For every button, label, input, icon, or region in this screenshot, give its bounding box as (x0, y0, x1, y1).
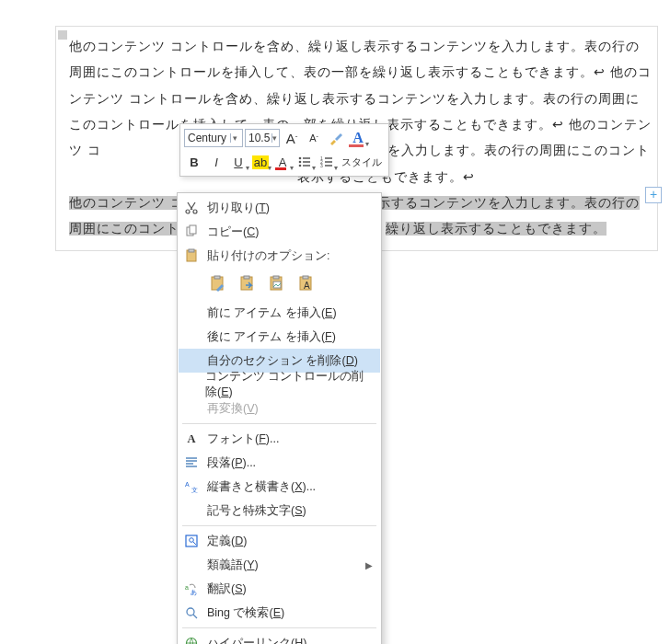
svg-point-6 (186, 210, 190, 213)
clipboard-brush-icon (209, 274, 227, 293)
paragraph-icon (184, 455, 199, 470)
svg-text:3: 3 (320, 163, 323, 168)
menu-symbols[interactable]: 記号と特殊文字(S) (179, 499, 380, 523)
chevron-down-icon[interactable]: ▾ (230, 133, 239, 143)
paste-keep-source[interactable] (206, 271, 230, 295)
grow-font-button[interactable]: Aˆ (282, 128, 302, 148)
svg-point-25 (190, 538, 194, 543)
clipboard-arrow-icon (238, 274, 257, 293)
chevron-down-icon: ▾ (365, 140, 369, 148)
svg-text:A: A (185, 481, 190, 488)
chevron-down-icon: ▾ (312, 164, 316, 172)
font-size-combo[interactable]: 10.5 ▾ (245, 129, 280, 147)
menu-copy[interactable]: コピー(C) (179, 220, 380, 244)
dictionary-icon (184, 534, 199, 548)
bullets-button[interactable]: ▾ (295, 152, 315, 172)
menu-text-direction[interactable]: A文 縦書きと横書き(X)... (179, 475, 380, 499)
menu-separator (182, 525, 376, 526)
color-swatch-icon (275, 167, 286, 170)
font-name-combo[interactable]: Century ▾ (184, 129, 243, 147)
svg-rect-17 (273, 276, 279, 279)
menu-define[interactable]: 定義(D) (179, 529, 380, 553)
styles-label: スタイル (339, 155, 385, 169)
add-item-button[interactable]: + (645, 187, 662, 203)
svg-rect-15 (244, 276, 249, 279)
list-bullet-icon (297, 155, 312, 169)
menu-insert-before[interactable]: 前に アイテム を挿入(E) (179, 301, 380, 325)
clipboard-icon (184, 248, 199, 263)
menu-delete-content-control[interactable]: コンテンツ コントロールの削除(E) (179, 373, 380, 397)
svg-text:A: A (304, 281, 310, 291)
hyperlink-icon (184, 636, 199, 644)
paint-swatch-icon (349, 144, 364, 147)
paste-options-row: A (179, 268, 380, 301)
styles-button[interactable]: A ▾ (348, 128, 368, 148)
svg-rect-11 (189, 249, 194, 252)
paste-picture[interactable] (265, 271, 289, 295)
bold-button[interactable]: B (184, 152, 204, 172)
translate-icon: aあ (184, 581, 199, 596)
menu-reconvert: 再変換(V) (179, 397, 380, 420)
menu-paragraph[interactable]: 段落(P)... (179, 451, 380, 475)
menu-font[interactable]: A フォント(F)... (179, 427, 380, 451)
svg-text:あ: あ (191, 589, 197, 596)
menu-paste-options-header: 貼り付けのオプション: (179, 244, 380, 268)
highlight-icon: ab (252, 155, 269, 169)
menu-bing-search[interactable]: Bing で検索(E) (179, 601, 380, 625)
list-number-icon: 123 (319, 155, 334, 169)
menu-cut[interactable]: 切り取り(T) (179, 196, 380, 220)
paste-merge-format[interactable] (236, 271, 260, 295)
menu-separator (182, 423, 376, 424)
menu-synonyms[interactable]: 類義語(Y) ▶ (179, 553, 380, 577)
font-size-value: 10.5 (248, 132, 270, 144)
numbering-button[interactable]: 123 ▾ (317, 152, 337, 172)
svg-text:文: 文 (191, 487, 198, 493)
chevron-down-icon: ▾ (246, 164, 249, 172)
svg-point-7 (193, 210, 197, 213)
svg-point-1 (299, 161, 302, 164)
chevron-down-icon: ▾ (268, 164, 271, 172)
scissors-icon (184, 201, 199, 215)
svg-point-28 (187, 608, 194, 615)
brush-icon (329, 131, 343, 145)
clipboard-text-icon: A (297, 274, 316, 293)
chevron-down-icon[interactable]: ▾ (271, 133, 277, 143)
clipboard-picture-icon (268, 274, 286, 293)
font-a-icon: A (187, 432, 195, 446)
underline-button[interactable]: U▾ (228, 152, 248, 172)
italic-button[interactable]: I (206, 152, 226, 172)
paste-text-only[interactable]: A (295, 271, 318, 295)
highlight-button[interactable]: ab ▾ (250, 152, 271, 172)
paragraph-text: 他のコンテンツ コントロールを含め、繰り返し表示するコンテンツを入力します。表の… (69, 40, 640, 79)
chevron-right-icon: ▶ (365, 560, 373, 570)
context-menu: 切り取り(T) コピー(C) 貼り付けのオプション: A 前に アイテム を挿入… (177, 192, 382, 644)
menu-separator (182, 627, 376, 628)
svg-point-0 (299, 157, 302, 160)
menu-insert-after[interactable]: 後に アイテム を挿入(F) (179, 325, 380, 349)
mini-toolbar: Century ▾ 10.5 ▾ Aˆ Aˇ A ▾ B I U▾ ab ▾ (179, 123, 389, 177)
search-icon (184, 605, 199, 620)
chevron-down-icon: ▾ (290, 164, 294, 172)
text-direction-icon: A文 (184, 479, 199, 494)
shrink-font-button[interactable]: Aˇ (304, 128, 324, 148)
svg-point-2 (299, 165, 302, 167)
svg-text:a: a (185, 584, 189, 591)
svg-rect-13 (214, 276, 220, 279)
font-name-value: Century (188, 132, 226, 144)
font-color-button[interactable]: A ▾ (272, 152, 293, 172)
menu-hyperlink[interactable]: ハイパーリンク(H)... (179, 631, 380, 644)
svg-rect-9 (190, 225, 196, 234)
chevron-down-icon: ▾ (334, 164, 338, 172)
format-painter-button[interactable] (326, 128, 346, 148)
svg-rect-20 (303, 276, 308, 279)
copy-icon (184, 224, 199, 239)
menu-translate[interactable]: aあ 翻訳(S) (179, 577, 380, 601)
selected-text: 繰り返し表示することもできます。 (386, 222, 606, 236)
svg-rect-24 (186, 535, 197, 546)
